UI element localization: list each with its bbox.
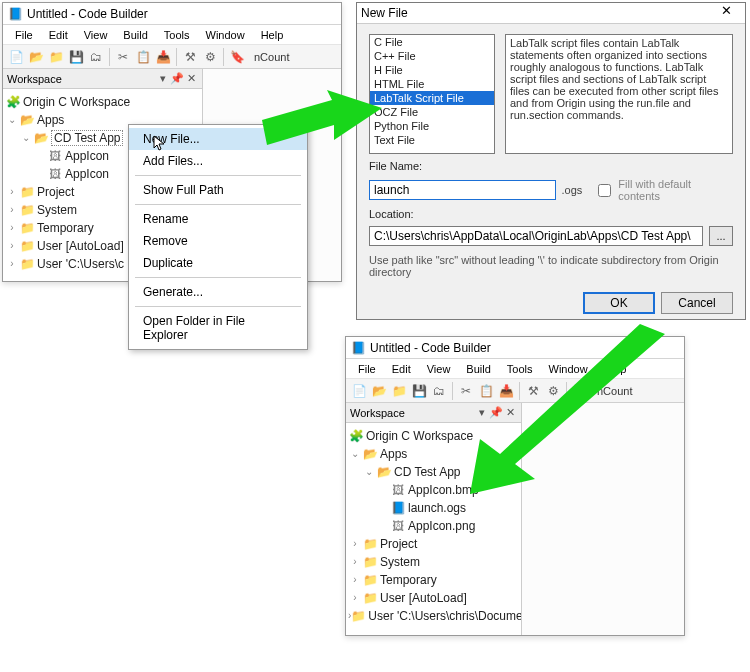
bookmark-icon[interactable]: 🔖	[571, 382, 589, 400]
buildall-icon[interactable]: ⚙	[544, 382, 562, 400]
tree-file-bmp[interactable]: 🖼AppIcon.bmp	[348, 481, 519, 499]
cut-icon[interactable]: ✂	[114, 48, 132, 66]
menu-view[interactable]: View	[419, 361, 459, 377]
tree-userauto[interactable]: ›📁User [AutoLoad]	[348, 589, 519, 607]
save-icon[interactable]: 💾	[410, 382, 428, 400]
menu-duplicate[interactable]: Duplicate	[129, 252, 307, 274]
menu-new-file[interactable]: New File...	[129, 128, 307, 150]
menu-open-folder[interactable]: Open Folder in File Explorer	[129, 310, 307, 346]
collapse-icon[interactable]: ⌄	[348, 449, 362, 459]
save-icon[interactable]: 💾	[67, 48, 85, 66]
expand-icon[interactable]: ›	[5, 223, 19, 233]
file-type-list[interactable]: C File C++ File H File HTML File LabTalk…	[369, 34, 495, 154]
file-type-option[interactable]: HTML File	[370, 77, 494, 91]
build-icon[interactable]: ⚒	[181, 48, 199, 66]
context-menu[interactable]: New File... Add Files... Show Full Path …	[128, 124, 308, 350]
menu-edit[interactable]: Edit	[41, 27, 76, 43]
open-icon[interactable]: 📂	[27, 48, 45, 66]
open2-icon[interactable]: 📁	[47, 48, 65, 66]
location-input[interactable]	[369, 226, 703, 246]
file-type-option[interactable]: H File	[370, 63, 494, 77]
pin2-icon[interactable]: 📌	[170, 72, 184, 85]
new-icon[interactable]: 📄	[350, 382, 368, 400]
fill-defaults-check[interactable]	[598, 184, 611, 197]
tree-system[interactable]: ›📁System	[348, 553, 519, 571]
saveall-icon[interactable]: 🗂	[87, 48, 105, 66]
menu-build[interactable]: Build	[115, 27, 155, 43]
pin2-icon[interactable]: 📌	[489, 406, 503, 419]
expand-icon[interactable]: ›	[348, 557, 362, 567]
folder-icon: 📁	[19, 202, 35, 218]
close-icon[interactable]: ✕	[711, 3, 741, 23]
paste-icon[interactable]: 📥	[154, 48, 172, 66]
menu-show-full-path[interactable]: Show Full Path	[129, 179, 307, 201]
tree-cdtest[interactable]: ⌄📂CD Test App	[348, 463, 519, 481]
filename-input[interactable]	[369, 180, 556, 200]
paste-icon[interactable]: 📥	[497, 382, 515, 400]
menubar[interactable]: File Edit View Build Tools Window Help	[3, 25, 341, 45]
saveall-icon[interactable]: 🗂	[430, 382, 448, 400]
menu-help[interactable]: Help	[596, 361, 635, 377]
tree-root[interactable]: 🧩Origin C Workspace	[348, 427, 519, 445]
tree-userpath[interactable]: ›📁User 'C:\Users\chris\Documents	[348, 607, 519, 625]
menu-window[interactable]: Window	[541, 361, 596, 377]
collapse-icon[interactable]: ⌄	[19, 133, 33, 143]
file-type-option[interactable]: C File	[370, 35, 494, 49]
copy-icon[interactable]: 📋	[477, 382, 495, 400]
tree-file-ogs[interactable]: 📘launch.ogs	[348, 499, 519, 517]
menu-build[interactable]: Build	[458, 361, 498, 377]
tree-temporary[interactable]: ›📁Temporary	[348, 571, 519, 589]
close-panel-icon[interactable]: ✕	[184, 72, 198, 85]
tree-apps[interactable]: ⌄📂Apps	[348, 445, 519, 463]
collapse-icon[interactable]: ⌄	[362, 467, 376, 477]
titlebar: 📘 Untitled - Code Builder	[3, 3, 341, 25]
menu-generate[interactable]: Generate...	[129, 281, 307, 303]
expand-icon[interactable]: ›	[348, 575, 362, 585]
tree-root[interactable]: 🧩Origin C Workspace	[5, 93, 200, 111]
menu-rename[interactable]: Rename	[129, 208, 307, 230]
file-type-option-selected[interactable]: LabTalk Script File	[370, 91, 494, 105]
bookmark-icon[interactable]: 🔖	[228, 48, 246, 66]
menu-help[interactable]: Help	[253, 27, 292, 43]
open2-icon[interactable]: 📁	[390, 382, 408, 400]
expand-icon[interactable]: ›	[5, 187, 19, 197]
fill-defaults-checkbox[interactable]: Fill with default contents	[594, 178, 733, 202]
menu-file[interactable]: File	[350, 361, 384, 377]
pin-icon[interactable]: ▾	[156, 72, 170, 85]
menu-window[interactable]: Window	[198, 27, 253, 43]
pin-icon[interactable]: ▾	[475, 406, 489, 419]
expand-icon[interactable]: ›	[5, 259, 19, 269]
expand-icon[interactable]: ›	[348, 539, 362, 549]
close-panel-icon[interactable]: ✕	[503, 406, 517, 419]
expand-icon[interactable]: ›	[348, 593, 362, 603]
menubar[interactable]: File Edit View Build Tools Window Help	[346, 359, 684, 379]
menu-file[interactable]: File	[7, 27, 41, 43]
file-type-option[interactable]: OCZ File	[370, 105, 494, 119]
collapse-icon[interactable]: ⌄	[5, 115, 19, 125]
menu-view[interactable]: View	[76, 27, 116, 43]
menu-tools[interactable]: Tools	[156, 27, 198, 43]
open-icon[interactable]: 📂	[370, 382, 388, 400]
browse-button[interactable]: ...	[709, 226, 733, 246]
copy-icon[interactable]: 📋	[134, 48, 152, 66]
expand-icon[interactable]: ›	[5, 205, 19, 215]
file-type-option[interactable]: Python File	[370, 119, 494, 133]
menu-remove[interactable]: Remove	[129, 230, 307, 252]
cut-icon[interactable]: ✂	[457, 382, 475, 400]
tree-project[interactable]: ›📁Project	[348, 535, 519, 553]
cancel-button[interactable]: Cancel	[661, 292, 733, 314]
divider	[135, 204, 301, 205]
build-icon[interactable]: ⚒	[524, 382, 542, 400]
buildall-icon[interactable]: ⚙	[201, 48, 219, 66]
new-icon[interactable]: 📄	[7, 48, 25, 66]
ogs-file-icon: 📘	[390, 500, 406, 516]
tree-file-png[interactable]: 🖼AppIcon.png	[348, 517, 519, 535]
ok-button[interactable]: OK	[583, 292, 655, 314]
file-type-option[interactable]: Text File	[370, 133, 494, 147]
file-type-option[interactable]: C++ File	[370, 49, 494, 63]
menu-add-files[interactable]: Add Files...	[129, 150, 307, 172]
menu-edit[interactable]: Edit	[384, 361, 419, 377]
workspace-tree[interactable]: 🧩Origin C Workspace ⌄📂Apps ⌄📂CD Test App…	[346, 423, 521, 629]
menu-tools[interactable]: Tools	[499, 361, 541, 377]
expand-icon[interactable]: ›	[5, 241, 19, 251]
